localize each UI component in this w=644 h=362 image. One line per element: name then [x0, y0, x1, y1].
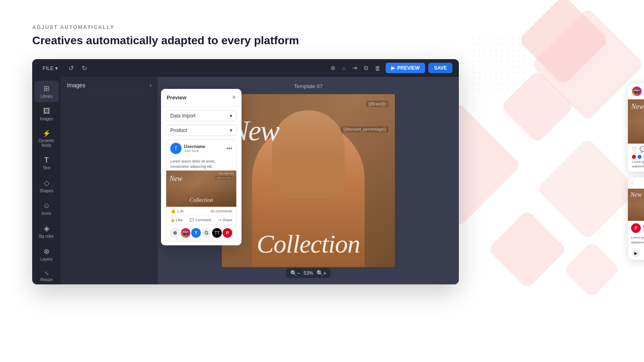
facebook-preview-card: f Username Just Now ••• Lorem ipsum dolo… — [166, 139, 237, 241]
instagram-card-header: 📷 Username ••• — [628, 83, 644, 99]
redo-button[interactable]: ↻ — [79, 63, 89, 74]
canvas-brand-tag: {{Brand}} — [366, 101, 388, 107]
pinterest-img-new: New — [630, 191, 642, 198]
insta-likes: 1.2k Liked your post — [628, 155, 644, 160]
share-button[interactable]: ↪ Share — [218, 218, 232, 222]
insta-img-collection: Collection — [628, 134, 644, 140]
sidebar-item-dynamic-fields[interactable]: ⚡ Dynamic fields — [35, 126, 59, 151]
fb-card-image: Your Tag Here {{discount%}} New Collecti… — [166, 171, 236, 207]
like-dot-2 — [638, 155, 642, 159]
fb-avatar: f — [170, 143, 182, 154]
sidebar-item-resize[interactable]: ⤡ Resize — [35, 267, 59, 284]
layers-nav-icon: ⊗ — [43, 247, 50, 256]
fb-card-footer: 👍 Like 💬 Comment ↪ Sha — [166, 215, 236, 224]
close-panel-button[interactable]: ‹ — [150, 82, 152, 89]
platform-icon-pinterest[interactable]: P — [223, 228, 232, 238]
like-btn-icon: 👍 — [170, 218, 175, 222]
fb-user-info: f Username Just Now — [170, 143, 205, 154]
sidebar: ⊞ Library 🖼 Images ⚡ Dynamic fields T Te… — [32, 77, 61, 284]
zoom-out-button[interactable]: 🔍− — [290, 270, 300, 276]
layers-icon[interactable]: ⊕ — [329, 63, 337, 73]
platform-icon-instagram[interactable]: 📷 — [181, 228, 190, 238]
preview-modal: Preview × Data Import ▾ Product — [161, 89, 242, 245]
sidebar-item-layers[interactable]: ⊗ Layers — [35, 244, 59, 265]
sidebar-item-text[interactable]: T Text — [35, 153, 59, 174]
library-icon: ⊞ — [43, 84, 50, 93]
sidebar-item-library[interactable]: ⊞ Library — [35, 81, 59, 102]
canvas-headline-collection: Collection — [226, 229, 391, 259]
pinterest-avatar: P — [631, 223, 641, 233]
template-label: Template 07 — [294, 83, 323, 89]
top-bar-right: ⊕ ○ ⇥ ⧉ 🗑 ▶ PREVIEW SAVE — [329, 63, 452, 73]
dynamic-fields-icon: ⚡ — [43, 130, 51, 137]
like-button[interactable]: 👍 Like — [170, 218, 183, 222]
page-content: ADJUST AUTOMATICALLY Creatives automatic… — [0, 0, 644, 300]
main-area: ⊞ Library 🖼 Images ⚡ Dynamic fields T Te… — [32, 77, 459, 284]
file-menu-button[interactable]: FILE ▾ — [39, 64, 62, 73]
pinterest-caption: Lorem ipsum dolor sit amet consectetur a… — [628, 235, 644, 247]
pinterest-card-image: New Collection 🔍 — [628, 189, 644, 221]
face-shape — [272, 110, 345, 199]
top-bar-tools: ↺ ↻ — [66, 63, 89, 74]
canvas-image[interactable]: New Collection {{Brand}} {{discount_perc… — [222, 94, 395, 267]
preview-modal-header: Preview × — [161, 89, 242, 106]
zoom-in-button[interactable]: 🔍+ — [316, 270, 326, 276]
trash-icon[interactable]: 🗑 — [373, 63, 382, 73]
circle-icon[interactable]: ○ — [341, 63, 347, 73]
pinterest-img-collection: Collection — [628, 212, 644, 218]
canvas-area: Template 07 New Collection {{Brand}} { — [158, 77, 459, 284]
platform-icon-tiktok[interactable]: TT — [212, 228, 222, 238]
platform-icon-google[interactable]: G — [202, 228, 211, 238]
pinterest-card-header: ‹ ••• — [628, 177, 644, 189]
undo-button[interactable]: ↺ — [66, 63, 76, 74]
fb-user-details: Username Just Now — [184, 144, 205, 153]
platform-icon-facebook[interactable]: f — [191, 228, 201, 238]
fb-likes-row: 👍 1.2k 40 comments — [166, 207, 236, 215]
comment-btn-icon: 💬 — [190, 218, 194, 222]
fb-more-icon[interactable]: ••• — [226, 145, 232, 152]
sidebar-item-images[interactable]: 🖼 Images — [35, 104, 59, 125]
left-panel-header: Images ‹ — [61, 77, 157, 94]
pinterest-play-icon[interactable]: ▶ — [632, 249, 640, 257]
save-button[interactable]: SAVE — [428, 63, 452, 73]
preview-button[interactable]: ▶ PREVIEW — [386, 63, 425, 73]
app-window: FILE ▾ ↺ ↻ ⊕ ○ ⇥ ⧉ 🗑 ▶ PREVIEW — [32, 59, 459, 284]
comment-button[interactable]: 💬 Comment — [190, 218, 211, 222]
pinterest-user-row: P Username Last follow Following — [628, 221, 644, 235]
preview-modal-title: Preview — [167, 95, 186, 101]
fb-img-collection: Collection — [168, 197, 235, 204]
left-panel-title: Images — [67, 82, 85, 88]
app-window-wrapper: FILE ▾ ↺ ↻ ⊕ ○ ⇥ ⧉ 🗑 ▶ PREVIEW — [32, 59, 612, 284]
left-panel: Images ‹ — [61, 77, 158, 284]
canvas-discount-tag: {{discount_percentage}} — [341, 126, 388, 132]
sidebar-item-bg-color[interactable]: ◈ Bg color — [35, 221, 59, 242]
copy-icon[interactable]: ⧉ — [362, 63, 370, 73]
product-dropdown[interactable]: Product ▾ — [166, 125, 237, 136]
data-import-dropdown[interactable]: Data Import ▾ — [166, 110, 237, 121]
fb-img-tag: Your Tag Here — [219, 172, 234, 175]
images-icon: 🖼 — [43, 107, 50, 115]
platform-icon-general[interactable]: ⊕ — [170, 228, 180, 238]
preview-close-button[interactable]: × — [232, 94, 236, 101]
section-title: Creatives automatically adapted to every… — [32, 34, 612, 47]
insta-img-new: New — [631, 103, 644, 111]
instagram-card-image: New Collection {{discount%}} — [628, 99, 644, 144]
share-icon[interactable]: ⇥ — [351, 63, 359, 73]
insta-user-row: 📷 Username — [632, 86, 644, 96]
preview-icon: ▶ — [391, 65, 395, 71]
share-btn-icon: ↪ — [218, 218, 221, 222]
right-previews-panel: 📷 Username ••• New Collection {{discount… — [628, 83, 644, 260]
canvas-bottom-bar: 🔍− 53% 🔍+ — [286, 268, 330, 278]
comment-icon[interactable]: 💬 — [640, 146, 644, 152]
pinterest-prev-icon[interactable]: ‹ — [631, 180, 633, 186]
fb-discount-tag: {{discount%}} — [215, 176, 232, 179]
sidebar-item-shapes[interactable]: ◇ Shapes — [35, 175, 59, 197]
heart-icon[interactable]: ♡ — [632, 146, 637, 152]
fb-img-new: New — [169, 175, 182, 183]
fb-card-caption: Lorem ipsum dolor sit amet, consectetur … — [166, 157, 236, 171]
like-dot-1 — [632, 155, 636, 159]
instagram-card-actions: ♡ 💬 ⚡ 🔖 — [628, 144, 644, 155]
sidebar-item-icons[interactable]: ☺ Icons — [35, 198, 59, 219]
bg-color-icon: ◈ — [44, 224, 50, 233]
preview-modal-body: Data Import ▾ Product ▾ — [161, 106, 242, 245]
